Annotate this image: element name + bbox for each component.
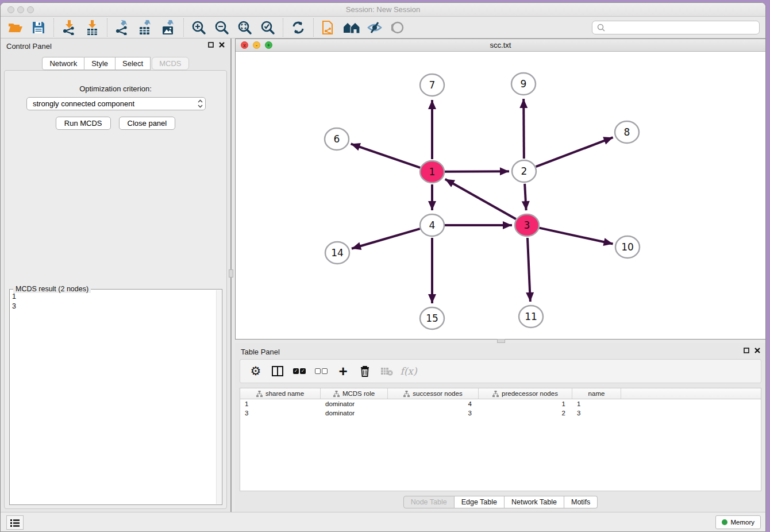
edge-3-10[interactable] bbox=[539, 228, 613, 244]
zoom-out-button[interactable] bbox=[210, 18, 233, 37]
tab-node-table[interactable]: Node Table bbox=[403, 496, 455, 508]
node-label: 11 bbox=[525, 311, 537, 322]
cell-successor-nodes[interactable]: 4 bbox=[388, 399, 479, 408]
node-label: 3 bbox=[524, 219, 530, 231]
edge-3-11[interactable] bbox=[528, 238, 530, 302]
memory-label: Memory bbox=[730, 519, 754, 526]
column-header-shared-name[interactable]: shared name bbox=[240, 388, 321, 399]
graph-node-7[interactable]: 7 bbox=[420, 74, 444, 96]
column-header-name[interactable]: name bbox=[572, 388, 621, 399]
table-settings-button[interactable]: ⚙ bbox=[246, 361, 265, 381]
tab-motifs[interactable]: Motifs bbox=[564, 496, 598, 508]
edge-1-6[interactable] bbox=[351, 144, 421, 167]
graph-node-9[interactable]: 9 bbox=[511, 73, 536, 95]
criterion-dropdown[interactable]: strongly connected component bbox=[26, 97, 206, 110]
float-panel-icon[interactable] bbox=[208, 42, 214, 48]
column-header-predecessor-nodes[interactable]: predecessor nodes bbox=[479, 388, 572, 399]
graph-node-4[interactable]: 4 bbox=[420, 214, 444, 236]
graph-node-8[interactable]: 8 bbox=[615, 121, 639, 143]
edge-2-8[interactable] bbox=[536, 137, 613, 167]
column-header-MCDS-role[interactable]: MCDS role bbox=[321, 388, 388, 399]
cell-name[interactable]: 1 bbox=[572, 399, 621, 408]
cell-successor-nodes[interactable]: 3 bbox=[388, 408, 479, 418]
edge-2-3[interactable] bbox=[525, 184, 526, 210]
graph-node-6[interactable]: 6 bbox=[325, 128, 349, 150]
memory-button[interactable]: Memory bbox=[715, 515, 761, 529]
task-history-button[interactable] bbox=[6, 515, 24, 530]
add-column-button[interactable]: + bbox=[333, 361, 353, 381]
import-network-button[interactable] bbox=[57, 18, 80, 37]
mcds-result-text: 1 3 bbox=[12, 292, 215, 502]
graph-node-14[interactable]: 14 bbox=[325, 242, 349, 264]
toolbar-separator bbox=[107, 18, 107, 37]
graph-node-2[interactable]: 2 bbox=[512, 160, 536, 182]
tab-select[interactable]: Select bbox=[116, 57, 151, 70]
duplicate-network-button[interactable] bbox=[317, 18, 340, 37]
delete-table-icon bbox=[380, 367, 393, 376]
search-field[interactable] bbox=[592, 21, 760, 34]
home-button[interactable] bbox=[340, 18, 363, 37]
edge-2-9[interactable] bbox=[523, 99, 524, 159]
node-label: 1 bbox=[429, 166, 436, 178]
export-network-button[interactable] bbox=[111, 18, 134, 37]
graph-node-1[interactable]: 1 bbox=[420, 161, 444, 183]
cell-name[interactable]: 3 bbox=[572, 408, 621, 418]
export-image-button[interactable] bbox=[157, 18, 180, 37]
cell-shared-name[interactable]: 1 bbox=[240, 399, 321, 408]
float-table-panel-icon[interactable] bbox=[744, 348, 749, 353]
cell-predecessor-nodes[interactable]: 2 bbox=[479, 408, 572, 418]
tab-network-table[interactable]: Network Table bbox=[505, 496, 564, 508]
column-header-successor-nodes[interactable]: successor nodes bbox=[388, 388, 479, 399]
open-session-button[interactable] bbox=[4, 18, 27, 37]
graph-node-15[interactable]: 15 bbox=[420, 307, 444, 329]
cell-MCDS-role[interactable]: dominator bbox=[321, 408, 388, 418]
result-scrollbar[interactable] bbox=[216, 290, 221, 504]
network-canvas[interactable]: 7968124314101511 bbox=[236, 52, 765, 339]
export-table-button[interactable] bbox=[134, 18, 157, 37]
column-tree-icon bbox=[333, 391, 340, 397]
function-builder-button[interactable]: f(x) bbox=[399, 361, 418, 381]
split-view-button[interactable] bbox=[268, 361, 287, 381]
deselect-all-button[interactable] bbox=[311, 361, 331, 381]
edge-1-2[interactable] bbox=[445, 171, 509, 172]
network-window-title: scc.txt bbox=[236, 41, 765, 49]
close-table-panel-icon[interactable] bbox=[754, 348, 760, 353]
cell-shared-name[interactable]: 3 bbox=[240, 408, 321, 418]
tab-edge-table[interactable]: Edge Table bbox=[455, 496, 505, 508]
refresh-layout-button[interactable] bbox=[287, 18, 310, 37]
edge-3-1[interactable] bbox=[445, 179, 516, 219]
delete-column-button[interactable] bbox=[355, 361, 375, 381]
import-table-button[interactable] bbox=[80, 18, 103, 37]
delete-table-button[interactable] bbox=[377, 361, 396, 381]
close-panel-icon[interactable] bbox=[219, 42, 225, 48]
eye-button[interactable] bbox=[386, 18, 409, 37]
table-toolbar: ⚙ ✓✓ + bbox=[240, 359, 761, 383]
hide-panel-button[interactable] bbox=[363, 18, 386, 37]
zoom-in-button[interactable] bbox=[187, 18, 210, 37]
cell-MCDS-role[interactable]: dominator bbox=[321, 399, 388, 408]
close-panel-button[interactable]: Close panel bbox=[119, 117, 176, 130]
zoom-fit-button[interactable] bbox=[233, 18, 256, 37]
save-session-button[interactable] bbox=[27, 18, 50, 37]
toolbar-separator bbox=[53, 18, 54, 37]
tab-style[interactable]: Style bbox=[84, 57, 116, 70]
zoom-selected-button[interactable] bbox=[256, 18, 279, 37]
table-row[interactable]: 3dominator323 bbox=[240, 408, 761, 418]
graph-node-10[interactable]: 10 bbox=[615, 236, 640, 258]
graph-node-3[interactable]: 3 bbox=[515, 214, 539, 236]
run-mcds-button[interactable]: Run MCDS bbox=[56, 117, 111, 130]
cell-predecessor-nodes[interactable]: 1 bbox=[479, 399, 572, 408]
zoom-in-icon bbox=[191, 20, 206, 35]
search-input[interactable] bbox=[607, 22, 759, 33]
splitter-grip[interactable] bbox=[229, 269, 233, 277]
network-splitter-grip[interactable] bbox=[497, 339, 505, 343]
plus-icon: + bbox=[338, 365, 347, 377]
column-label: predecessor nodes bbox=[502, 390, 558, 397]
tab-network[interactable]: Network bbox=[42, 57, 84, 70]
table-row[interactable]: 1dominator411 bbox=[240, 399, 761, 408]
table-header-row: shared nameMCDS rolesuccessor nodesprede… bbox=[240, 388, 761, 399]
graph-node-11[interactable]: 11 bbox=[519, 306, 543, 327]
select-all-button[interactable]: ✓✓ bbox=[290, 361, 309, 381]
tab-mcds[interactable]: MCDS bbox=[152, 57, 188, 70]
edge-4-14[interactable] bbox=[352, 229, 420, 249]
